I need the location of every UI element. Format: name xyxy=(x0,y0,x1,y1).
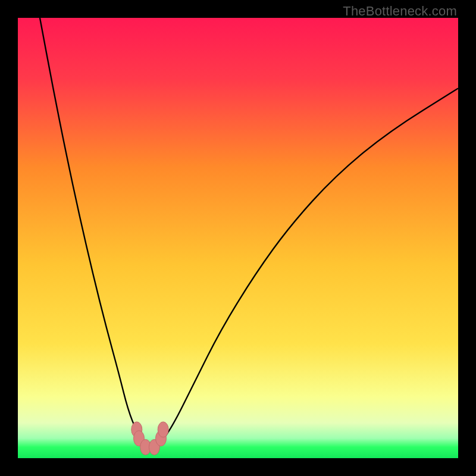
chart-frame: TheBottleneck.com xyxy=(0,0,476,476)
bottleneck-curve xyxy=(40,18,458,448)
watermark-text: TheBottleneck.com xyxy=(343,4,457,19)
curve-layer xyxy=(18,18,458,458)
optimum-marker xyxy=(158,422,168,437)
optimum-markers xyxy=(131,422,168,455)
plot-area xyxy=(18,18,458,458)
